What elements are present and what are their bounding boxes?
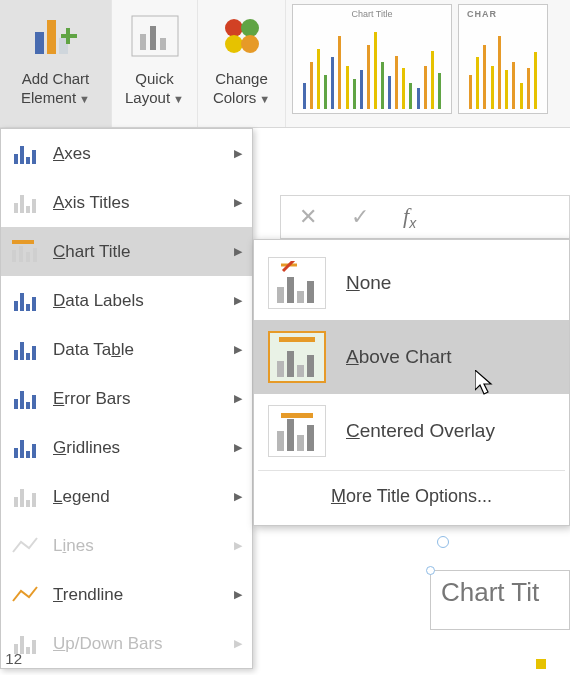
svg-rect-0	[35, 32, 44, 54]
svg-rect-4	[61, 34, 77, 38]
svg-rect-7	[150, 26, 156, 50]
thumb-title: CHAR	[467, 9, 539, 19]
menu-label: Gridlines	[53, 438, 120, 458]
submenu-item-above-chart[interactable]: Above Chart	[254, 320, 569, 394]
menu-item-gridlines[interactable]: Gridlines ▶	[1, 423, 252, 472]
dropdown-caret-icon: ▼	[79, 93, 90, 105]
data-labels-icon	[9, 288, 41, 314]
quick-layout-icon	[128, 10, 182, 64]
submenu-arrow-icon: ▶	[234, 343, 242, 356]
submenu-arrow-icon: ▶	[234, 588, 242, 601]
submenu-label: None	[346, 272, 391, 294]
menu-item-axis-titles[interactable]: Axis Titles ▶	[1, 178, 252, 227]
formula-bar: ✕ ✓ fx	[280, 195, 570, 239]
add-chart-element-button[interactable]: Add Chart Element▼	[0, 0, 112, 127]
submenu-item-more-options[interactable]: More Title Options...	[254, 473, 569, 519]
svg-rect-25	[277, 361, 284, 377]
submenu-arrow-icon: ▶	[234, 196, 242, 209]
menu-item-error-bars[interactable]: Error Bars ▶	[1, 374, 252, 423]
svg-point-12	[241, 35, 259, 53]
menu-label: Lines	[53, 536, 94, 556]
add-chart-element-menu: Axes ▶ Axis Titles ▶ Chart Title ▶ Data …	[0, 128, 253, 669]
svg-rect-24	[279, 337, 315, 342]
menu-label: Axes	[53, 144, 91, 164]
none-icon	[268, 257, 326, 309]
submenu-item-none[interactable]: None	[254, 246, 569, 320]
add-chart-element-icon	[29, 10, 83, 64]
submenu-arrow-icon: ▶	[234, 392, 242, 405]
menu-item-chart-title[interactable]: Chart Title ▶	[1, 227, 252, 276]
thumb-title: Chart Title	[301, 9, 443, 19]
dropdown-caret-icon: ▼	[259, 93, 270, 105]
svg-rect-16	[26, 252, 30, 262]
menu-item-trendline[interactable]: Trendline ▶	[1, 570, 252, 619]
menu-label: Legend	[53, 487, 110, 507]
submenu-item-centered-overlay[interactable]: Centered Overlay	[254, 394, 569, 468]
chart-style-gallery: Chart Title CHAR	[286, 0, 570, 127]
fx-icon[interactable]: fx	[403, 203, 416, 231]
svg-rect-14	[12, 250, 16, 262]
chart-title-text[interactable]: Chart Tit	[441, 577, 539, 607]
accept-icon[interactable]: ✓	[351, 204, 369, 230]
menu-label: Axis Titles	[53, 193, 130, 213]
menu-item-axes[interactable]: Axes ▶	[1, 129, 252, 178]
submenu-arrow-icon: ▶	[234, 441, 242, 454]
svg-rect-22	[297, 291, 304, 303]
ribbon: Add Chart Element▼ Quick Layout▼ Change …	[0, 0, 570, 128]
svg-rect-6	[140, 34, 146, 50]
trendline-icon	[9, 582, 41, 608]
svg-rect-31	[297, 435, 304, 451]
menu-item-data-labels[interactable]: Data Labels ▶	[1, 276, 252, 325]
chart-title-submenu: None Above Chart Centered Overlay More T…	[253, 239, 570, 526]
chart-object[interactable]: Chart Tit	[430, 570, 570, 630]
svg-rect-29	[277, 431, 284, 451]
menu-label: Trendline	[53, 585, 123, 605]
axes-icon	[9, 141, 41, 167]
dropdown-caret-icon: ▼	[173, 93, 184, 105]
submenu-arrow-icon: ▶	[234, 147, 242, 160]
submenu-label: Centered Overlay	[346, 420, 495, 442]
menu-item-legend[interactable]: Legend ▶	[1, 472, 252, 521]
quick-layout-button[interactable]: Quick Layout▼	[112, 0, 198, 127]
menu-item-lines: Lines ▶	[1, 521, 252, 570]
svg-rect-30	[287, 419, 294, 451]
menu-item-data-table[interactable]: Data Table ▶	[1, 325, 252, 374]
resize-handle[interactable]	[426, 566, 435, 575]
submenu-arrow-icon: ▶	[234, 490, 242, 503]
menu-label: Up/Down Bars	[53, 634, 163, 654]
menu-label: Data Labels	[53, 291, 144, 311]
menu-item-updown-bars: Up/Down Bars ▶	[1, 619, 252, 668]
centered-overlay-icon	[268, 405, 326, 457]
legend-swatch	[536, 659, 546, 669]
axis-titles-icon	[9, 190, 41, 216]
submenu-arrow-icon: ▶	[234, 294, 242, 307]
svg-rect-1	[47, 20, 56, 54]
svg-rect-27	[297, 365, 304, 377]
cancel-icon[interactable]: ✕	[299, 204, 317, 230]
submenu-label: More Title Options...	[331, 486, 492, 507]
svg-rect-28	[307, 355, 314, 377]
thumb-bars-icon	[301, 23, 443, 109]
svg-rect-32	[307, 425, 314, 451]
chart-style-thumb[interactable]: CHAR	[458, 4, 548, 114]
svg-rect-13	[12, 240, 34, 244]
above-chart-icon	[268, 331, 326, 383]
chart-style-thumb[interactable]: Chart Title	[292, 4, 452, 114]
svg-point-9	[225, 19, 243, 37]
legend-icon	[9, 484, 41, 510]
submenu-arrow-icon: ▶	[234, 637, 242, 650]
change-colors-icon	[215, 10, 269, 64]
svg-rect-15	[19, 246, 23, 262]
menu-label: Error Bars	[53, 389, 130, 409]
submenu-label: Above Chart	[346, 346, 452, 368]
svg-rect-21	[287, 277, 294, 303]
rotate-handle[interactable]	[437, 536, 449, 548]
row-header[interactable]: 12	[0, 650, 26, 667]
thumb-bars-icon	[467, 23, 539, 109]
menu-label: Data Table	[53, 340, 134, 360]
gridlines-icon	[9, 435, 41, 461]
chart-title-icon	[9, 239, 41, 265]
change-colors-button[interactable]: Change Colors▼	[198, 0, 286, 127]
data-table-icon	[9, 337, 41, 363]
svg-rect-17	[33, 248, 37, 262]
